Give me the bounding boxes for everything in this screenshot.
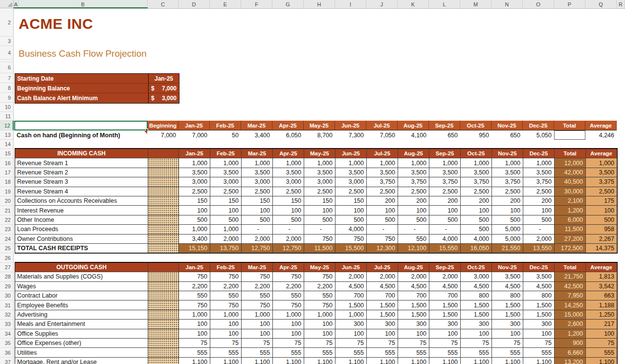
cell-P37[interactable]: 13,200 <box>555 358 586 364</box>
cell-Q17[interactable]: 3,500 <box>586 168 617 177</box>
cell-Q12[interactable]: Average <box>585 121 617 130</box>
cell-D36[interactable]: 555 <box>179 348 210 357</box>
cell-P34[interactable]: 1,200 <box>555 329 586 339</box>
cell-P15[interactable]: Total <box>555 149 586 158</box>
cell-J15[interactable]: Jul-25 <box>367 149 398 158</box>
cell-I18[interactable]: 3,000 <box>335 177 367 187</box>
cell-P30[interactable]: 7,950 <box>555 291 586 300</box>
column-header-C[interactable]: C <box>148 0 179 8</box>
cell-E13[interactable]: 50 <box>210 130 241 140</box>
row-header-16[interactable]: 16 <box>0 158 14 168</box>
cell-I23[interactable]: 4,000 <box>335 225 367 234</box>
row-header-3[interactable]: 3 <box>0 37 14 46</box>
cell-I27[interactable]: Jun-25 <box>335 263 367 272</box>
cell-M19[interactable]: 2,500 <box>461 187 492 196</box>
cell-P16[interactable]: 12,000 <box>555 158 586 168</box>
cell-I16[interactable]: 1,000 <box>335 158 367 168</box>
cell-B13[interactable]: Cash on hand (Beginning of Month) <box>15 130 148 140</box>
column-header-N[interactable]: N <box>491 0 523 8</box>
cell-J20[interactable]: 200 <box>367 196 398 206</box>
cell-I19[interactable]: 2,500 <box>335 187 367 196</box>
cell-F27[interactable]: Mar-25 <box>242 263 273 272</box>
cell-O25[interactable]: 13,550 <box>523 244 555 253</box>
cell-H36[interactable]: 555 <box>304 348 335 357</box>
cell-E16[interactable]: 1,000 <box>210 158 242 168</box>
cell-H27[interactable]: May-25 <box>304 263 335 272</box>
cell-H33[interactable]: 100 <box>304 320 335 329</box>
cell-L24[interactable]: 4,000 <box>429 235 461 244</box>
row-header-8[interactable]: 8 <box>0 83 14 93</box>
cell-F32[interactable]: 1,000 <box>242 310 273 320</box>
cell-H21[interactable]: 100 <box>304 206 335 215</box>
cell-L28[interactable]: 2,000 <box>429 272 461 281</box>
cell-M25[interactable]: 16,050 <box>461 244 492 253</box>
cell-G21[interactable]: 100 <box>273 206 304 215</box>
cell-N15[interactable]: Nov-25 <box>492 149 523 158</box>
cell-C21[interactable] <box>148 206 179 215</box>
cell-L32[interactable]: 1,500 <box>429 310 461 320</box>
cell-E19[interactable]: 2,500 <box>210 187 242 196</box>
cell-B31[interactable]: Employee Benefits <box>15 300 148 310</box>
column-header-F[interactable]: F <box>241 0 272 8</box>
row-header-31[interactable]: 31 <box>0 300 14 310</box>
cell-G25[interactable]: 12,750 <box>273 244 304 253</box>
cell-I22[interactable]: 500 <box>335 215 367 225</box>
cell-K17[interactable]: 3,500 <box>398 168 429 177</box>
cell-M15[interactable]: Oct-25 <box>461 149 492 158</box>
cell-Q21[interactable]: 100 <box>586 206 617 215</box>
cell-O32[interactable]: 1,500 <box>523 310 555 320</box>
cell-E21[interactable]: 100 <box>210 206 242 215</box>
cell-L16[interactable]: 1,000 <box>429 158 461 168</box>
row-header-33[interactable]: 33 <box>0 320 14 329</box>
cell-K24[interactable]: 550 <box>398 235 429 244</box>
cell-K31[interactable]: 1,500 <box>398 300 429 310</box>
cell-J31[interactable]: 1,500 <box>367 300 398 310</box>
cell-P22[interactable]: 6,000 <box>555 215 586 225</box>
cell-Q13[interactable]: 4,246 <box>585 130 617 140</box>
cell-B17[interactable]: Revenue Stream 2 <box>15 168 148 177</box>
cell-Q29[interactable]: 3,542 <box>586 282 617 291</box>
cell-I36[interactable]: 555 <box>335 348 367 357</box>
cell-Q31[interactable]: 1,188 <box>586 300 617 310</box>
cell-J17[interactable]: 3,500 <box>367 168 398 177</box>
cell-G18[interactable]: 3,000 <box>273 177 304 187</box>
cell-G27[interactable]: Apr-25 <box>273 263 304 272</box>
cell-N23[interactable]: 5,000 <box>492 225 523 234</box>
row-header-4[interactable]: 4 <box>0 46 14 60</box>
cell-H32[interactable]: 1,000 <box>304 310 335 320</box>
cell-Q27[interactable]: Average <box>586 263 617 272</box>
row-header-7[interactable]: 7 <box>0 73 14 83</box>
cell-E20[interactable]: 150 <box>210 196 242 206</box>
column-header-G[interactable]: G <box>272 0 304 8</box>
cell-P33[interactable]: 2,600 <box>555 320 586 329</box>
cell-D27[interactable]: Jan-25 <box>179 263 210 272</box>
cell-H25[interactable]: 11,500 <box>304 244 335 253</box>
select-all-corner[interactable] <box>0 0 14 8</box>
cell-F33[interactable]: 100 <box>242 320 273 329</box>
cell-H29[interactable]: 2,200 <box>304 282 335 291</box>
cell-C18[interactable] <box>148 177 179 187</box>
cell-B29[interactable]: Wages <box>15 282 148 291</box>
cell-O34[interactable]: 100 <box>523 329 555 339</box>
cell-G37[interactable]: 1,100 <box>273 358 304 364</box>
row-header-2[interactable]: 2 <box>0 8 14 37</box>
cell-G17[interactable]: 3,500 <box>273 168 304 177</box>
cell-L22[interactable]: 500 <box>429 215 461 225</box>
cell-C16[interactable] <box>148 158 179 168</box>
cell-O12[interactable]: Dec-25 <box>523 121 554 130</box>
cell-G35[interactable]: 75 <box>273 339 304 348</box>
cell-O27[interactable]: Dec-25 <box>523 263 555 272</box>
cell-L13[interactable]: 650 <box>429 130 460 140</box>
cell-O28[interactable]: 3,500 <box>523 272 555 281</box>
cell-C12[interactable]: Beginning <box>148 121 179 130</box>
cell-D28[interactable]: 750 <box>179 272 210 281</box>
row-header-37[interactable]: 37 <box>0 358 14 364</box>
cell-K16[interactable]: 1,000 <box>398 158 429 168</box>
cell-Q24[interactable]: 2,267 <box>586 235 617 244</box>
cell-B20[interactable]: Collections on Accounts Receivables <box>15 196 148 206</box>
cell-J22[interactable]: 500 <box>367 215 398 225</box>
cell-P20[interactable]: 2,100 <box>555 196 586 206</box>
cell-P25[interactable]: 172,500 <box>555 244 586 253</box>
cell-E33[interactable]: 100 <box>210 320 242 329</box>
cell-P21[interactable]: 1,200 <box>555 206 586 215</box>
